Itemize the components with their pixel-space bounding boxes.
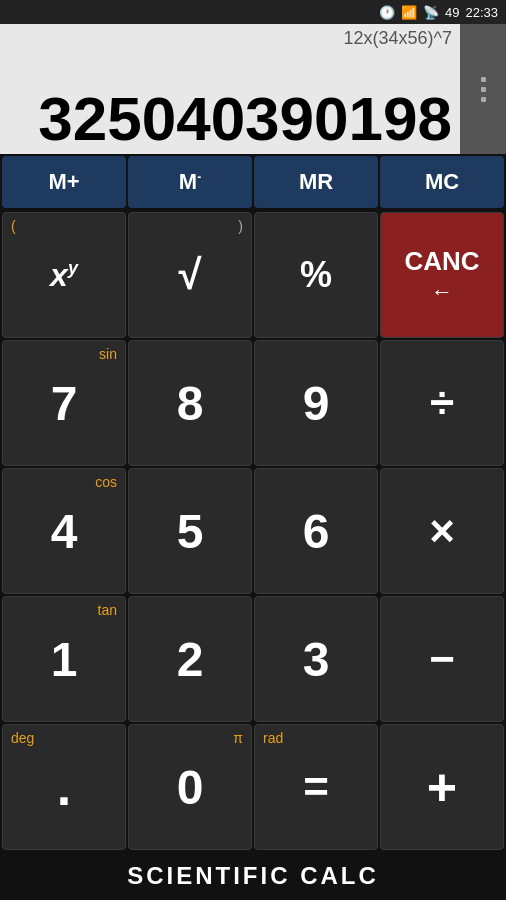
subtract-button[interactable]: − <box>380 596 504 722</box>
result-display: 325040390198 <box>8 88 456 150</box>
xy-button[interactable]: ( xy <box>2 212 126 338</box>
multiply-button[interactable]: × <box>380 468 504 594</box>
menu-dot-1 <box>481 77 486 82</box>
wifi-icon: 📶 <box>401 5 417 20</box>
battery-level: 49 <box>445 5 459 20</box>
menu-dot-2 <box>481 87 486 92</box>
sqrt-button[interactable]: ) √ <box>128 212 252 338</box>
button-3[interactable]: 3 <box>254 596 378 722</box>
button-1[interactable]: tan 1 <box>2 596 126 722</box>
memory-plus-button[interactable]: M+ <box>2 156 126 208</box>
display-area: 12x(34x56)^7 325040390198 <box>0 24 506 154</box>
signal-icon: 📡 <box>423 5 439 20</box>
button-9[interactable]: 9 <box>254 340 378 466</box>
equals-button[interactable]: rad = <box>254 724 378 850</box>
button-7[interactable]: sin 7 <box>2 340 126 466</box>
button-0[interactable]: π 0 <box>128 724 252 850</box>
time-display: 22:33 <box>465 5 498 20</box>
button-2[interactable]: 2 <box>128 596 252 722</box>
button-8[interactable]: 8 <box>128 340 252 466</box>
memory-clear-button[interactable]: MC <box>380 156 504 208</box>
expression-display: 12x(34x56)^7 <box>8 28 456 49</box>
memory-minus-button[interactable]: M- <box>128 156 252 208</box>
button-6[interactable]: 6 <box>254 468 378 594</box>
add-button[interactable]: + <box>380 724 504 850</box>
app-title: SCIENTIFIC CALC <box>0 852 506 900</box>
menu-dot-3 <box>481 97 486 102</box>
cancel-button[interactable]: CANC ← <box>380 212 504 338</box>
memory-recall-button[interactable]: MR <box>254 156 378 208</box>
divide-button[interactable]: ÷ <box>380 340 504 466</box>
percent-button[interactable]: % <box>254 212 378 338</box>
dot-button[interactable]: deg . <box>2 724 126 850</box>
button-4[interactable]: cos 4 <box>2 468 126 594</box>
status-bar: 🕐 📶 📡 49 22:33 <box>0 0 506 24</box>
display-menu-button[interactable] <box>460 24 506 154</box>
memory-row: M+ M- MR MC <box>0 154 506 210</box>
clock-icon: 🕐 <box>379 5 395 20</box>
calculator-grid: ( xy ) √ % CANC ← sin 7 8 9 ÷ cos 4 5 6 … <box>0 210 506 852</box>
button-5[interactable]: 5 <box>128 468 252 594</box>
